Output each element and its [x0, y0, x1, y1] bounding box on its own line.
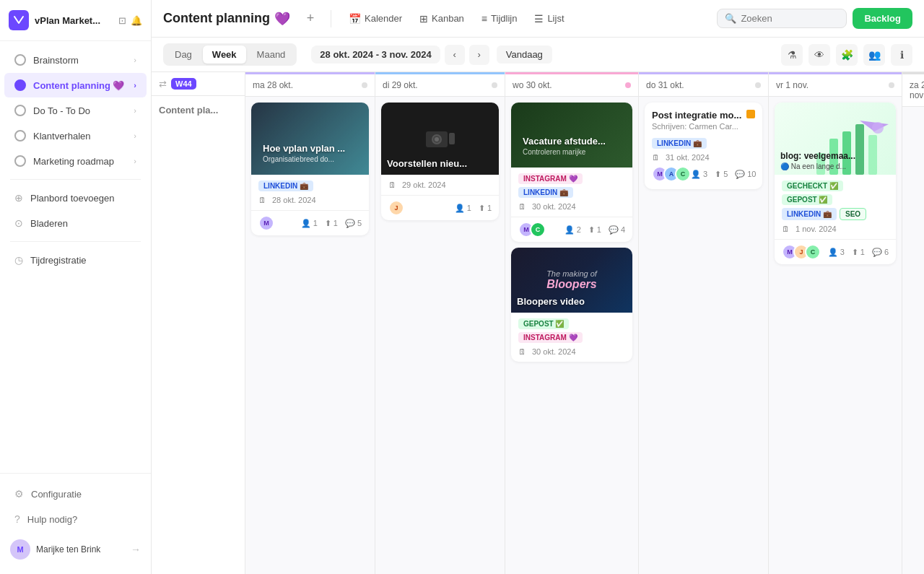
- topbar: Content planning 💜 + 📅 Kalender ⊞ Kanban…: [152, 0, 924, 38]
- sidebar-item-do-to[interactable]: Do To - To Do ›: [4, 98, 147, 123]
- card-3[interactable]: Vacature afstude... Controleren marijke …: [511, 103, 632, 242]
- tab-tijdlijn[interactable]: ≡ Tijdlijn: [474, 9, 525, 28]
- users-button[interactable]: 👥: [863, 44, 885, 66]
- members-stat: 👤 3: [828, 248, 845, 257]
- calendar-icon: 📅: [349, 13, 361, 25]
- avatar: J: [388, 200, 404, 216]
- sidebar-item-content-planning[interactable]: Content planning 💜 ›: [4, 73, 147, 97]
- card-title: Post integratie mo...: [652, 110, 744, 121]
- info-button[interactable]: ℹ: [891, 44, 912, 66]
- card-6[interactable]: blog: veelgemaa... 🔵 Na een lange d... G…: [775, 103, 896, 264]
- day-header-wo: wo 30 okt.: [505, 74, 638, 97]
- footer-stats: 👤 2 ⬆ 1 💬 4: [565, 225, 625, 235]
- card-tags: LINKEDIN 💼: [652, 138, 755, 149]
- first-col-items: Content pla...: [152, 96, 245, 574]
- card-img-subtitle: Organisatiebreed do...: [263, 155, 357, 163]
- layout-icon[interactable]: ⊡: [118, 15, 126, 26]
- view-tabs: Dag Week Maand: [163, 43, 297, 66]
- nav-dot-marketing: [14, 155, 26, 167]
- tab-kalender[interactable]: 📅 Kalender: [341, 9, 409, 28]
- tab-maand[interactable]: Maand: [248, 45, 295, 64]
- search-input[interactable]: [741, 13, 839, 24]
- gear-icon: ⚙: [14, 488, 24, 500]
- calendar-icon: 🗓: [782, 225, 790, 233]
- col-di-29: di 29 okt.: [375, 72, 505, 574]
- card-body: GECHECKT ✅ GEPOST ✅ LINKEDIN 💼 SEO 🗓 1 n…: [775, 175, 896, 239]
- prev-week-button[interactable]: ‹: [445, 45, 465, 65]
- sidebar-item-help[interactable]: ? Hulp nodig?: [4, 507, 147, 531]
- card-2[interactable]: Voorstellen nieu... 🗓 29 okt. 2024 J: [381, 103, 499, 220]
- sidebar-item-label: Klantverhalen: [33, 131, 91, 142]
- footer-stats: 👤 3 ⬆ 1 💬 6: [828, 248, 889, 257]
- app-logo: [9, 10, 29, 30]
- backlog-button[interactable]: Backlog: [853, 8, 912, 29]
- sidebar-item-marketing-roadmap[interactable]: Marketing roadmap ›: [4, 149, 147, 173]
- topbar-nav: 📅 Kalender ⊞ Kanban ≡ Tijdlijn ☰ Lijst: [341, 9, 572, 28]
- next-week-button[interactable]: ›: [469, 45, 489, 65]
- col-vr-1: vr 1 nov.: [769, 72, 902, 574]
- sidebar-item-browse[interactable]: ⊙ Bladeren: [4, 211, 147, 235]
- first-col: ⇄ W44 Content pla...: [152, 72, 245, 574]
- nav-divider: [10, 179, 141, 180]
- svg-rect-5: [449, 133, 455, 144]
- tab-week[interactable]: Week: [203, 45, 246, 64]
- eye-button[interactable]: 👁: [808, 44, 830, 66]
- bell-icon[interactable]: 🔔: [131, 15, 142, 26]
- sidebar-item-config[interactable]: ⚙ Configuratie: [4, 482, 147, 506]
- sidebar-item-klantverhalen[interactable]: Klantverhalen ›: [4, 123, 147, 148]
- filter-button[interactable]: ⚗: [781, 44, 803, 66]
- logout-icon[interactable]: →: [131, 544, 141, 555]
- upload-icon: ⬆: [325, 219, 331, 228]
- card-body: INSTAGRAM 💜 LINKEDIN 💼 🗓 30 okt. 2024: [511, 168, 632, 217]
- sidebar-header: vPlan Market... ⊡ 🔔: [0, 0, 151, 41]
- day-label-za: za 2 nov: [910, 80, 924, 100]
- search-icon: 🔍: [725, 13, 736, 24]
- avatar: C: [675, 166, 691, 182]
- sidebar-item-time-tracking[interactable]: ◷ Tijdregistratie: [4, 248, 147, 272]
- card-1[interactable]: Hoe vplan vplan ... Organisatiebreed do.…: [251, 103, 369, 235]
- avatar-stack: M C: [518, 222, 541, 238]
- add-button[interactable]: +: [300, 9, 321, 29]
- sidebar: vPlan Market... ⊡ 🔔 Brainstorm › Content…: [0, 0, 152, 574]
- day-label-wo: wo 30 okt.: [513, 80, 552, 90]
- calendar-icon: 🗓: [652, 153, 660, 162]
- day-items-wo: Vacature afstude... Controleren marijke …: [505, 97, 638, 574]
- tag-linkedin: LINKEDIN 💼: [652, 138, 707, 149]
- main-content: Content planning 💜 + 📅 Kalender ⊞ Kanban…: [152, 0, 924, 574]
- card-subtitle: Schrijven: Carmen Car...: [652, 122, 744, 131]
- tag-gecheckt: GECHECKT ✅: [782, 181, 843, 191]
- avatar: C: [805, 244, 821, 260]
- col-za-2: za 2 nov: [902, 72, 924, 574]
- sidebar-user[interactable]: M Marijke ten Brink →: [0, 532, 151, 567]
- uploads-stat: ⬆ 1: [852, 248, 865, 257]
- day-header-vr: vr 1 nov.: [769, 74, 902, 97]
- calendar-icon: 🗓: [258, 196, 266, 204]
- today-button[interactable]: Vandaag: [497, 45, 552, 64]
- cal-grid: ⇄ W44 Content pla... ma 28 okt.: [152, 72, 924, 574]
- day-label-di: di 29 okt.: [383, 80, 418, 90]
- card-body: GEPOST ✅ INSTAGRAM 💜 🗓 30 okt. 2024: [511, 313, 632, 362]
- card-date: 🗓 28 okt. 2024: [258, 196, 362, 204]
- tag-instagram: INSTAGRAM 💜: [518, 332, 583, 343]
- kanban-icon: ⊞: [419, 13, 428, 25]
- tab-lijst[interactable]: ☰ Lijst: [527, 9, 571, 28]
- nav-dot-content-planning: [14, 79, 26, 91]
- day-label-do: do 31 okt.: [646, 80, 684, 90]
- card-image: Voorstellen nieu...: [381, 103, 499, 175]
- tab-dag[interactable]: Dag: [165, 45, 201, 64]
- card-5[interactable]: Post integratie mo... Schrijven: Carmen …: [645, 103, 762, 189]
- puzzle-button[interactable]: 🧩: [836, 44, 858, 66]
- sidebar-item-brainstorm[interactable]: Brainstorm ›: [4, 48, 147, 72]
- sidebar-header-icons: ⊡ 🔔: [118, 15, 142, 26]
- card-4[interactable]: The making of Bloopers Bloopers video GE…: [511, 248, 632, 362]
- tab-kanban[interactable]: ⊞ Kanban: [412, 9, 471, 28]
- tag-linkedin: LINKEDIN 💼: [782, 208, 837, 220]
- cal-grid-wrap: ⇄ W44 Content pla... ma 28 okt.: [152, 72, 924, 574]
- cal-toolbar: Dag Week Maand 28 okt. 2024 - 3 nov. 202…: [152, 38, 924, 72]
- members-stat: 👤 3: [691, 170, 707, 179]
- search-box[interactable]: 🔍: [717, 9, 847, 28]
- sidebar-item-add-board[interactable]: ⊕ Planbord toevoegen: [4, 186, 147, 210]
- app-name: vPlan Market...: [35, 15, 113, 26]
- card-tags: INSTAGRAM 💜 LINKEDIN 💼: [518, 173, 625, 198]
- day-items-vr: blog: veelgemaa... 🔵 Na een lange d... G…: [769, 97, 902, 574]
